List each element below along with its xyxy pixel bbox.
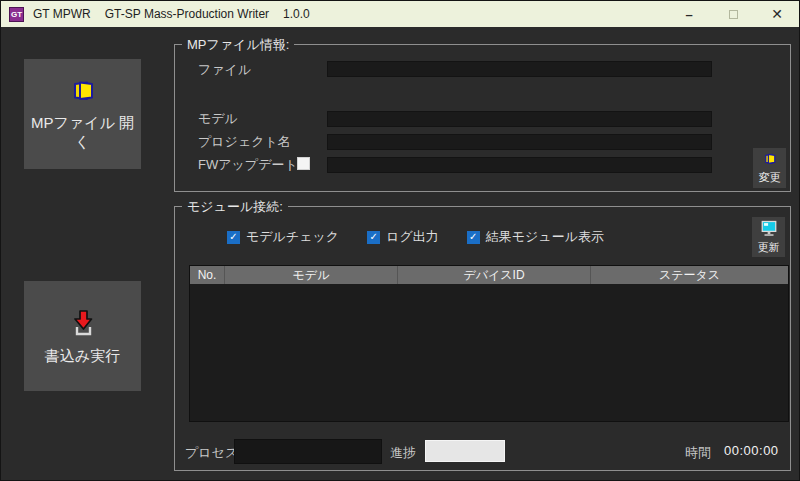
module-options-row: モデルチェック ログ出力 結果モジュール表示 [227, 228, 632, 246]
update-button-label: 更新 [758, 240, 780, 255]
module-connection-group-label: モジュール接続: [182, 198, 288, 216]
mp-file-info-group-label: MPファイル情報: [182, 36, 294, 54]
process-field [234, 439, 382, 464]
device-table-body[interactable] [190, 284, 788, 421]
log-output-label: ログ出力 [386, 228, 439, 246]
fw-update-label: FWアップデート [198, 156, 298, 174]
mp-file-info-group: MPファイル情報: ファイル モデル プロジェクト名 FWアップデート 変更 [174, 44, 791, 192]
maximize-icon [729, 10, 738, 19]
window-controls: – ✕ [667, 1, 799, 27]
column-header-device-id[interactable]: デバイスID [398, 266, 591, 284]
change-button[interactable]: 変更 [753, 148, 786, 188]
update-button[interactable]: 更新 [752, 217, 785, 257]
app-logo-icon: GT [9, 7, 24, 22]
column-header-status[interactable]: ステータス [591, 266, 788, 284]
open-mp-file-button[interactable]: MPファイル 開く [24, 59, 141, 169]
model-check-label: モデルチェック [246, 228, 339, 246]
process-label: プロセス [185, 444, 238, 462]
file-label: ファイル [198, 61, 251, 79]
write-download-icon [67, 307, 99, 342]
window-title: GT MPWR GT-SP Mass-Production Writer 1.0… [33, 7, 310, 21]
result-module-display-option[interactable]: 結果モジュール表示 [467, 228, 604, 246]
device-table-header: No. モデル デバイスID ステータス [190, 266, 788, 284]
change-button-label: 変更 [759, 170, 781, 185]
model-label: モデル [198, 110, 238, 128]
monitor-icon [760, 220, 778, 239]
result-module-display-checkbox[interactable] [467, 231, 480, 244]
open-mp-file-label: MPファイル 開く [24, 114, 141, 152]
progress-bar [425, 440, 505, 462]
minimize-icon: – [685, 7, 692, 22]
progress-label: 進捗 [390, 444, 416, 462]
app-window: GT GT MPWR GT-SP Mass-Production Writer … [0, 0, 800, 481]
execute-write-button[interactable]: 書込み実行 [24, 281, 141, 391]
window-title-app: GT MPWR [33, 7, 91, 21]
project-name-label: プロジェクト名 [198, 133, 291, 151]
result-module-display-label: 結果モジュール表示 [486, 228, 604, 246]
module-connection-group: モジュール接続: モデルチェック ログ出力 結果モジュール表示 [174, 206, 791, 471]
folder-icon [762, 151, 778, 169]
window-title-version: 1.0.0 [283, 7, 310, 21]
column-header-no[interactable]: No. [190, 266, 225, 284]
folder-open-icon [68, 76, 98, 109]
model-check-option[interactable]: モデルチェック [227, 228, 339, 246]
log-output-option[interactable]: ログ出力 [367, 228, 439, 246]
execute-write-label: 書込み実行 [45, 347, 120, 366]
time-value: 00:00:00 [724, 443, 779, 458]
log-output-checkbox[interactable] [367, 231, 380, 244]
model-check-checkbox[interactable] [227, 231, 240, 244]
fw-update-checkbox[interactable] [297, 157, 310, 170]
column-header-model[interactable]: モデル [225, 266, 398, 284]
close-icon: ✕ [771, 6, 783, 22]
time-label: 時間 [685, 444, 711, 462]
model-field[interactable] [327, 111, 712, 127]
maximize-button[interactable] [711, 1, 755, 27]
device-list-table[interactable]: No. モデル デバイスID ステータス [189, 265, 789, 422]
window-title-product: GT-SP Mass-Production Writer [105, 7, 269, 21]
close-button[interactable]: ✕ [755, 1, 799, 27]
file-field[interactable] [327, 61, 712, 77]
minimize-button[interactable]: – [667, 1, 711, 27]
fw-update-field[interactable] [327, 157, 712, 173]
project-name-field[interactable] [327, 134, 712, 150]
title-bar: GT GT MPWR GT-SP Mass-Production Writer … [1, 1, 799, 27]
